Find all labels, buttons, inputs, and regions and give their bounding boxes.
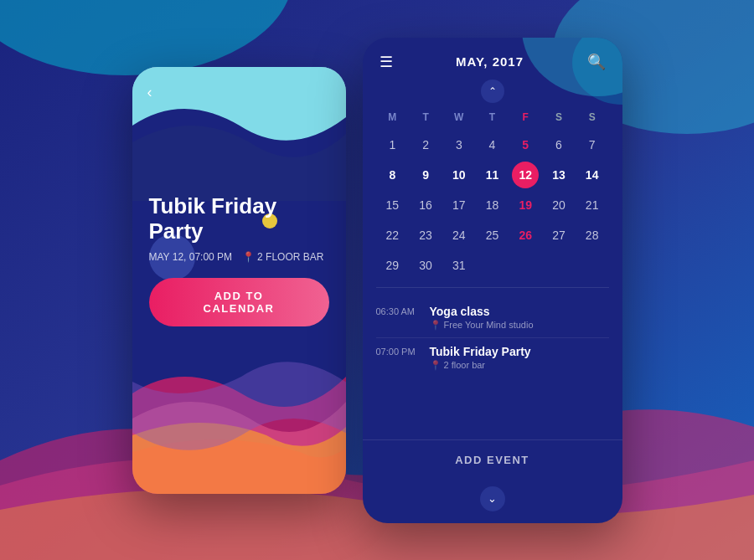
left-phone: ‹ Tubik Friday Party MAY 12, 07:00 PM 📍 … [132,67,346,494]
calendar-date-10[interactable]: 10 [446,162,473,188]
calendar-date-11[interactable]: 11 [478,162,505,188]
calendar-date-26[interactable]: 26 [512,222,539,249]
calendar-date-27[interactable]: 27 [545,222,572,249]
calendar-date-15[interactable]: 15 [379,192,405,218]
calendar-date-23[interactable]: 23 [412,222,439,249]
event-date: MAY 12, 07:00 PM [149,251,233,263]
calendar-header: ☰ MAY, 2017 🔍 [363,38,622,78]
event-location-1: 📍 Free Your Mind studio [430,320,534,331]
up-arrow-row: ⌃ [363,78,622,108]
calendar-date-24[interactable]: 24 [446,222,473,249]
up-arrow-button[interactable]: ⌃ [481,80,504,103]
left-wave-top [132,67,346,201]
location-pin-icon: 📍 [242,251,255,263]
event-details-2: Tubik Friday Party 📍 2 floor bar [430,345,531,371]
svg-point-1 [0,0,293,75]
event-title-1: Yoga class [430,305,534,318]
location-pin-icon-2: 📍 [430,360,442,371]
back-button[interactable]: ‹ [147,84,152,101]
calendar-divider [376,287,609,288]
event-time-1: 06:30 AM [376,305,420,331]
calendar-date-30[interactable]: 30 [412,252,439,279]
calendar-date-6[interactable]: 6 [545,131,572,158]
event-details-1: Yoga class 📍 Free Your Mind studio [430,305,534,331]
calendar-date-29[interactable]: 29 [379,252,405,279]
down-arrow-button[interactable]: ⌄ [480,486,505,511]
down-arrow-row: ⌄ [363,480,622,523]
calendar-date-18[interactable]: 18 [478,192,505,218]
calendar-date-19[interactable]: 19 [512,192,539,218]
calendar-date-5[interactable]: 5 [512,131,539,158]
calendar-date-14[interactable]: 14 [579,162,606,188]
calendar-date-1[interactable]: 1 [379,131,405,158]
calendar-date-31[interactable]: 31 [446,252,473,279]
calendar-date-16[interactable]: 16 [412,192,439,218]
event-time-2: 07:00 PM [376,345,420,371]
calendar-date-22[interactable]: 22 [379,222,405,249]
events-list: 06:30 AM Yoga class 📍 Free Your Mind stu… [363,295,622,439]
day-label-t2: T [476,108,509,126]
day-label-t1: T [409,108,442,126]
day-label-s1: S [542,108,576,126]
right-phone: ☰ MAY, 2017 🔍 ⌃ M T W T F S S 1234567891… [363,38,622,523]
menu-icon[interactable]: ☰ [380,53,393,71]
calendar-date-2[interactable]: 2 [412,131,439,158]
calendar-date-9[interactable]: 9 [412,162,439,188]
search-icon[interactable]: 🔍 [587,53,606,71]
event-row-2: 07:00 PM Tubik Friday Party 📍 2 floor ba… [376,338,609,378]
event-row: 06:30 AM Yoga class 📍 Free Your Mind stu… [376,298,609,337]
calendar-date-4[interactable]: 4 [478,131,505,158]
calendar-date-20[interactable]: 20 [545,192,572,218]
calendar-date-7[interactable]: 7 [579,131,606,158]
event-location-2: 📍 2 floor bar [430,360,531,371]
day-label-s2: S [576,108,609,126]
calendar-grid: M T W T F S S 12345678910111213141516171… [363,108,622,280]
calendar-date-25[interactable]: 25 [478,222,505,249]
calendar-date-12[interactable]: 12 [512,162,539,188]
add-to-calendar-button[interactable]: ADD TO CALENDAR [149,278,329,326]
calendar-date-21[interactable]: 21 [579,192,606,218]
day-label-f: F [509,108,542,126]
svg-rect-3 [132,67,346,151]
event-info: Tubik Friday Party MAY 12, 07:00 PM 📍 2 … [149,194,329,326]
event-title: Tubik Friday Party [149,194,329,244]
calendar-date-3[interactable]: 3 [446,131,473,158]
left-wave-bottom [132,326,346,494]
event-title-2: Tubik Friday Party [430,345,531,358]
event-meta: MAY 12, 07:00 PM 📍 2 FLOOR BAR [149,251,329,263]
calendar-dates: 1234567891011121314151617181920212223242… [376,130,609,280]
day-label-m: M [376,108,410,126]
calendar-date-17[interactable]: 17 [446,192,473,218]
calendar-title: MAY, 2017 [456,54,524,69]
day-label-w: W [442,108,476,126]
calendar-date-13[interactable]: 13 [545,162,572,188]
location-pin-icon-1: 📍 [430,320,442,331]
calendar-date-8[interactable]: 8 [379,162,405,188]
calendar-date-28[interactable]: 28 [579,222,606,249]
days-header: M T W T F S S [376,108,609,126]
event-location: 📍 2 FLOOR BAR [242,251,323,263]
add-event-button[interactable]: ADD EVENT [363,439,622,480]
